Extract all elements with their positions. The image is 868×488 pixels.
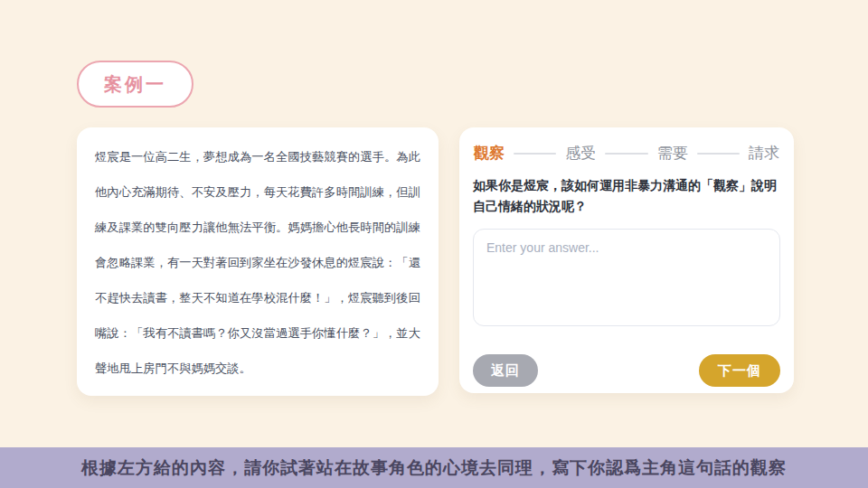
story-text: 煜宸是一位高二生，夢想成為一名全國技藝競賽的選手。為此他內心充滿期待、不安及壓力… (95, 139, 420, 386)
step-feeling: 感受 (565, 143, 596, 164)
stepper-connector (514, 153, 556, 155)
case-badge-label: 案例一 (104, 72, 166, 97)
instruction-bar: 根據左方給的內容，請你試著站在故事角色的心境去同理，寫下你認爲主角這句話的觀察 (0, 447, 868, 488)
story-card: 煜宸是一位高二生，夢想成為一名全國技藝競賽的選手。為此他內心充滿期待、不安及壓力… (77, 127, 439, 396)
answer-input[interactable] (473, 229, 780, 326)
page: 案例一 煜宸是一位高二生，夢想成為一名全國技藝競賽的選手。為此他內心充滿期待、不… (0, 0, 868, 488)
step-request: 請求 (749, 143, 779, 164)
stepper-connector (697, 153, 740, 155)
stepper-connector (605, 153, 647, 155)
nvc-stepper: 觀察 感受 需要 請求 (474, 143, 779, 164)
step-observation: 觀察 (474, 143, 505, 164)
instruction-text: 根據左方給的內容，請你試著站在故事角色的心境去同理，寫下你認爲主角這句話的觀察 (81, 456, 787, 480)
back-button[interactable]: 返回 (473, 354, 538, 387)
step-need: 需要 (657, 143, 688, 164)
nvc-answer-card: 觀察 感受 需要 請求 如果你是煜宸，該如何運用非暴力溝通的「觀察」說明自己情緒… (459, 127, 794, 393)
case-badge: 案例一 (77, 61, 193, 108)
question-text: 如果你是煜宸，該如何運用非暴力溝通的「觀察」說明自己情緒的狀況呢？ (473, 175, 780, 217)
next-button[interactable]: 下一個 (699, 354, 780, 387)
button-row: 返回 下一個 (473, 354, 780, 387)
